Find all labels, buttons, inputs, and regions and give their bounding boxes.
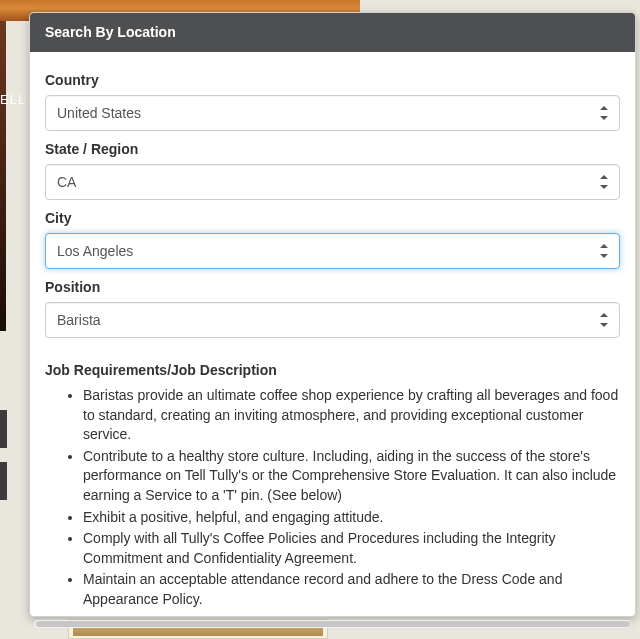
panel-title: Search By Location (30, 13, 635, 52)
panel-body: Country United States State / Region CA … (30, 52, 635, 612)
list-item: Baristas provide an ultimate coffee shop… (83, 386, 620, 445)
chevron-updown-icon (600, 313, 610, 327)
bg-button-2 (0, 462, 7, 500)
requirements-list: Baristas provide an ultimate coffee shop… (45, 386, 620, 612)
bg-button-1 (0, 410, 7, 448)
country-label: Country (45, 72, 620, 88)
horizontal-scrollbar[interactable] (34, 620, 631, 628)
list-item: Exhibit a positive, helpful, and engagin… (83, 508, 620, 528)
chevron-updown-icon (600, 175, 610, 189)
search-by-location-panel: Search By Location Country United States… (29, 12, 636, 617)
bg-label-fragment: ELL (0, 92, 26, 107)
city-select[interactable]: Los Angeles (45, 233, 620, 269)
chevron-updown-icon (600, 244, 610, 258)
list-item: Maintain an acceptable attendance record… (83, 570, 620, 609)
list-item: Contribute to a healthy store culture. I… (83, 447, 620, 506)
country-select[interactable]: United States (45, 95, 620, 131)
position-select[interactable]: Barista (45, 302, 620, 338)
bg-product-image (0, 21, 6, 331)
state-label: State / Region (45, 141, 620, 157)
requirements-title: Job Requirements/Job Description (45, 362, 620, 378)
list-item: Comply with all Tully's Coffee Policies … (83, 529, 620, 568)
chevron-updown-icon (600, 106, 610, 120)
state-select[interactable]: CA (45, 164, 620, 200)
city-value: Los Angeles (57, 234, 589, 268)
state-value: CA (57, 165, 589, 199)
city-label: City (45, 210, 620, 226)
position-label: Position (45, 279, 620, 295)
position-value: Barista (57, 303, 589, 337)
country-value: United States (57, 96, 589, 130)
